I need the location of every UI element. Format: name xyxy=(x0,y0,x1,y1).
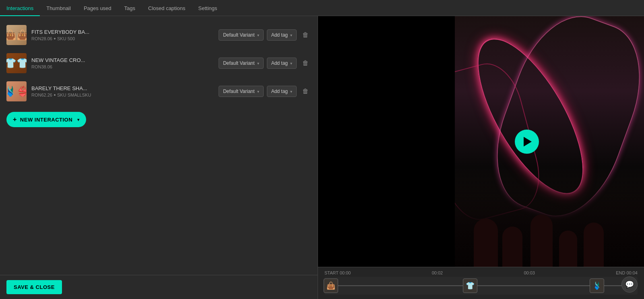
new-interaction-chevron: ▾ xyxy=(77,118,80,122)
video-area xyxy=(318,16,644,267)
timeline-product-1[interactable]: 👜 xyxy=(324,278,338,293)
silhouette-4 xyxy=(559,231,577,267)
product-sku-1: SKU 500 xyxy=(57,36,75,41)
tab-closed-captions[interactable]: Closed captions xyxy=(142,1,192,16)
play-icon xyxy=(524,137,532,146)
tag-dropdown-1[interactable]: Add tag ▾ xyxy=(267,29,297,41)
item-controls-1: Default Variant ▾ Add tag ▾ 🗑 xyxy=(219,29,311,41)
variant-label-1: Default Variant xyxy=(223,32,255,38)
item-controls-2: Default Variant ▾ Add tag ▾ 🗑 xyxy=(219,58,311,69)
tab-pages-used[interactable]: Pages used xyxy=(77,1,118,16)
product-name-1: FITS EVERYBODY BA... xyxy=(31,29,214,35)
timeline-product-2[interactable]: 👕 xyxy=(463,278,477,293)
variant-dropdown-3[interactable]: Default Variant ▾ xyxy=(219,86,264,97)
chat-icon-symbol: 💬 xyxy=(625,280,634,289)
product-meta-3: RON62.26 SKU SMALLSKU xyxy=(31,93,214,97)
tab-tags[interactable]: Tags xyxy=(118,1,142,16)
variant-label-2: Default Variant xyxy=(223,60,255,66)
product-info-3: BARELY THERE SHA... RON62.26 SKU SMALLSK… xyxy=(31,85,214,97)
product-price-1: RON28.06 xyxy=(31,36,52,41)
product-name-3: BARELY THERE SHA... xyxy=(31,85,214,91)
save-close-button[interactable]: SAVE & CLOSE xyxy=(6,280,62,294)
product-meta-1: RON28.06 SKU 500 xyxy=(31,36,214,41)
chevron-icon-2: ▾ xyxy=(257,61,259,66)
play-button[interactable] xyxy=(515,130,539,154)
main-layout: 👜 FITS EVERYBODY BA... RON28.06 SKU 500 … xyxy=(0,16,644,299)
tag-dropdown-3[interactable]: Add tag ▾ xyxy=(267,86,297,97)
right-panel: START 00:00 00:02 00:03 END 00:04 👜 👕 🩱 xyxy=(318,16,644,299)
new-interaction-button[interactable]: + NEW INTERACTION ▾ xyxy=(6,112,86,127)
dot-1 xyxy=(54,38,56,39)
tab-settings[interactable]: Settings xyxy=(192,1,224,16)
video-black-side xyxy=(318,16,455,267)
tag-label-2: Add tag xyxy=(271,60,288,66)
save-close-bar: SAVE & CLOSE xyxy=(0,275,318,299)
video-night-scene xyxy=(455,16,644,267)
product-price-2: RON38.06 xyxy=(31,64,52,69)
timeline-area: START 00:00 00:02 00:03 END 00:04 👜 👕 🩱 xyxy=(318,267,644,299)
timeline-track: 👜 👕 🩱 xyxy=(324,277,638,295)
chat-icon[interactable]: 💬 xyxy=(621,276,638,293)
interaction-item: 👜 FITS EVERYBODY BA... RON28.06 SKU 500 … xyxy=(0,21,318,49)
product-thumbnail-1: 👜 xyxy=(6,25,27,45)
silhouette-2 xyxy=(502,227,522,267)
variant-dropdown-2[interactable]: Default Variant ▾ xyxy=(219,58,264,69)
timeline-time1: 00:02 xyxy=(432,270,443,275)
variant-label-3: Default Variant xyxy=(223,89,255,94)
product-sku-3: SKU SMALLSKU xyxy=(57,93,91,97)
thumb-emoji-3: 🩱 xyxy=(6,86,17,97)
product-info-1: FITS EVERYBODY BA... RON28.06 SKU 500 xyxy=(31,29,214,41)
product-info-2: NEW VINTAGE CRO... RON38.06 xyxy=(31,57,214,69)
interactions-list: 👜 FITS EVERYBODY BA... RON28.06 SKU 500 … xyxy=(0,16,318,275)
timeline-emoji-3: 🩱 xyxy=(592,281,601,290)
chevron-icon-tag-3: ▾ xyxy=(290,89,292,94)
new-interaction-label: NEW INTERACTION xyxy=(20,117,72,123)
chevron-icon-1: ▾ xyxy=(257,33,259,37)
timeline-start-label: START 00:00 xyxy=(324,270,351,275)
delete-button-3[interactable]: 🗑 xyxy=(300,86,311,97)
tag-dropdown-2[interactable]: Add tag ▾ xyxy=(267,58,297,69)
product-thumbnail-2: 👕 xyxy=(6,53,27,73)
chevron-icon-tag-1: ▾ xyxy=(290,33,292,37)
timeline-end-label: END 00:04 xyxy=(616,270,638,275)
product-meta-2: RON38.06 xyxy=(31,64,214,69)
timeline-emoji-1: 👜 xyxy=(326,281,335,290)
new-interaction-section: + NEW INTERACTION ▾ xyxy=(0,105,318,134)
timeline-time2: 00:03 xyxy=(524,270,535,275)
thumb-emoji-2: 👕 xyxy=(6,58,17,69)
plus-icon: + xyxy=(13,116,17,123)
delete-button-1[interactable]: 🗑 xyxy=(300,30,311,40)
tab-thumbnail[interactable]: Thumbnail xyxy=(40,1,77,16)
tag-label-1: Add tag xyxy=(271,32,288,38)
delete-button-2[interactable]: 🗑 xyxy=(300,58,311,68)
left-panel: 👜 FITS EVERYBODY BA... RON28.06 SKU 500 … xyxy=(0,16,318,299)
tag-label-3: Add tag xyxy=(271,89,288,94)
timeline-product-3[interactable]: 🩱 xyxy=(590,278,604,293)
product-thumbnail-3: 🩱 xyxy=(6,81,27,101)
chevron-icon-tag-2: ▾ xyxy=(290,61,292,66)
silhouette-3 xyxy=(530,214,553,267)
timeline-emoji-2: 👕 xyxy=(466,281,475,290)
top-nav: Interactions Thumbnail Pages used Tags C… xyxy=(0,0,644,16)
interaction-item-3: 🩱 BARELY THERE SHA... RON62.26 SKU SMALL… xyxy=(0,77,318,105)
timeline-ruler: START 00:00 00:02 00:03 END 00:04 xyxy=(324,267,638,277)
interaction-item-2: 👕 NEW VINTAGE CRO... RON38.06 Default Va… xyxy=(0,49,318,77)
silhouette-5 xyxy=(584,223,604,267)
thumb-emoji-1: 👜 xyxy=(6,29,17,41)
variant-dropdown-1[interactable]: Default Variant ▾ xyxy=(219,29,264,41)
item-controls-3: Default Variant ▾ Add tag ▾ 🗑 xyxy=(219,86,311,97)
product-name-2: NEW VINTAGE CRO... xyxy=(31,57,214,63)
silhouette-1 xyxy=(474,219,498,267)
tab-interactions[interactable]: Interactions xyxy=(0,1,40,16)
dot-3 xyxy=(54,94,56,96)
chevron-icon-3: ▾ xyxy=(257,89,259,94)
product-price-3: RON62.26 xyxy=(31,93,52,97)
